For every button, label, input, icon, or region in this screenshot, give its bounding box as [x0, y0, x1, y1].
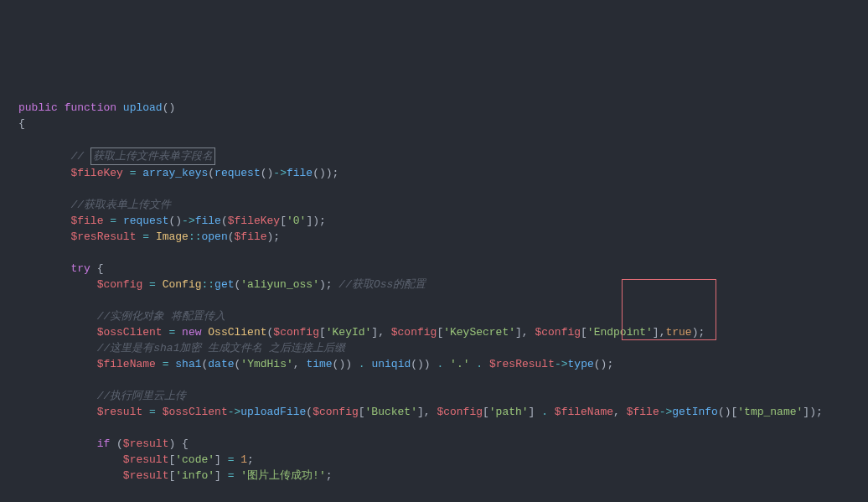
code-content: public function upload(){ // 获取上传文件表单字段名…: [0, 100, 868, 502]
code-line: $ossClient = new OssClient($config['KeyI…: [18, 324, 868, 340]
code-line: [18, 420, 868, 436]
highlighted-comment: 获取上传文件表单字段名: [90, 147, 215, 165]
code-line: //执行阿里云上传: [18, 388, 868, 404]
code-editor[interactable]: public function upload(){ // 获取上传文件表单字段名…: [0, 68, 868, 502]
code-line: $fileKey = array_keys(request()->file())…: [18, 165, 868, 181]
code-line: $config = Config::get('aliyun_oss'); //获…: [18, 277, 868, 292]
code-line: //实例化对象 将配置传入: [18, 308, 868, 324]
code-line: [18, 484, 868, 499]
code-line: //获取表单上传文件: [18, 197, 868, 213]
code-line: public function upload(): [18, 100, 868, 116]
code-line: [18, 245, 868, 261]
code-line: {: [18, 116, 868, 132]
code-line: [18, 181, 868, 197]
code-line: $result['info'] = '图片上传成功!';: [18, 468, 868, 484]
code-line: [18, 372, 868, 388]
code-line: $result = $ossClient->uploadFile($config…: [18, 404, 868, 420]
code-line: [18, 292, 868, 308]
code-line: $file = request()->file($fileKey['0']);: [18, 213, 868, 229]
code-line: $resResult = Image::open($file);: [18, 229, 868, 245]
code-line: //这里是有sha1加密 生成文件名 之后连接上后缀: [18, 340, 868, 356]
code-line: [18, 132, 868, 147]
code-line: // 获取上传文件表单字段名: [18, 147, 868, 165]
code-line: if ($result) {: [18, 436, 868, 452]
code-line: $fileName = sha1(date('YmdHis', time()) …: [18, 356, 868, 372]
code-line: try {: [18, 261, 868, 277]
code-line: $result['code'] = 1;: [18, 452, 868, 468]
